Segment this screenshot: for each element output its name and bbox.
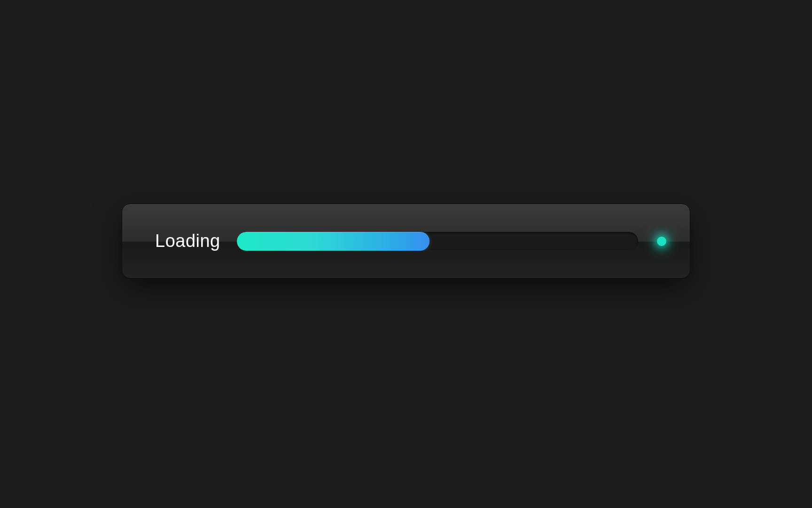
progress-bar xyxy=(237,232,638,251)
status-indicator-icon xyxy=(657,237,666,246)
loading-panel: Loading xyxy=(122,204,690,279)
loading-label: Loading xyxy=(155,231,220,251)
progress-fill xyxy=(237,232,429,251)
